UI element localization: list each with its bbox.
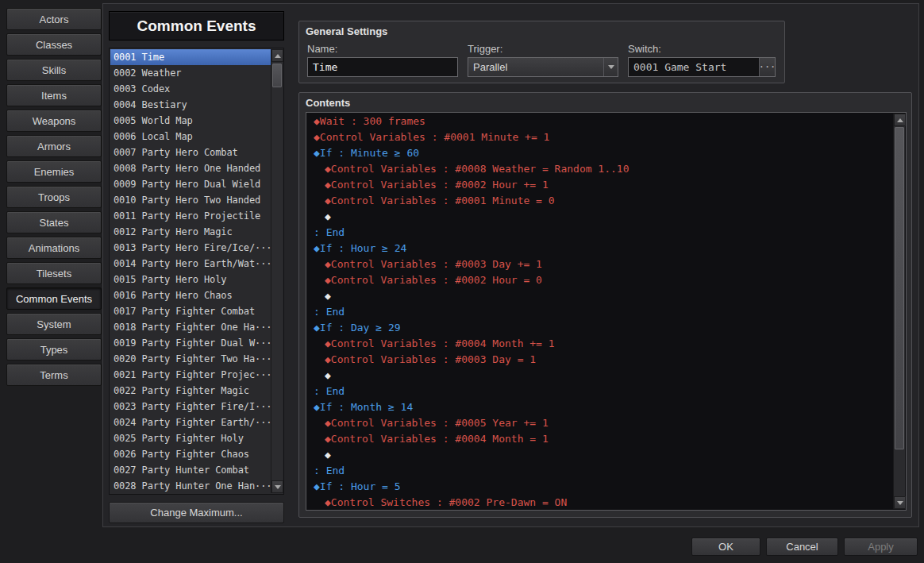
event-command-line[interactable]: : End — [307, 384, 893, 399]
trigger-label: Trigger: — [468, 43, 502, 55]
event-list-item[interactable]: 0012 Party Hero Magic — [110, 224, 271, 240]
common-events-list: 0001 Time0002 Weather0003 Codex0004 Best… — [110, 49, 271, 493]
event-command-line[interactable]: ◆ — [307, 288, 893, 304]
event-command-line[interactable]: ◆Wait : 300 frames — [307, 114, 893, 129]
event-command-line[interactable]: ◆ — [307, 368, 893, 384]
event-command-line[interactable]: ◆Control Variables : #0003 Day = 1 — [307, 352, 893, 368]
scroll-up-icon[interactable] — [271, 49, 283, 62]
switch-value: 0001 Game Start — [633, 61, 726, 73]
switch-field[interactable]: 0001 Game Start ··· — [628, 57, 776, 77]
event-command-line[interactable]: ◆Control Variables : #0004 Month = 1 — [307, 431, 893, 447]
event-list-item[interactable]: 0021 Party Fighter Projec··· — [110, 367, 271, 383]
event-list-item[interactable]: 0008 Party Hero One Handed — [110, 160, 271, 176]
event-list-item[interactable]: 0022 Party Fighter Magic — [110, 383, 271, 399]
general-settings-group: General Settings Name: Time Trigger: Par… — [298, 21, 785, 83]
event-list-item[interactable]: 0003 Codex — [110, 81, 271, 97]
event-list-item[interactable]: 0016 Party Hero Chaos — [110, 287, 271, 303]
event-command-line[interactable]: ◆Control Variables : #0003 Day += 1 — [307, 256, 893, 272]
event-list-item[interactable]: 0001 Time — [110, 49, 271, 65]
event-list-item[interactable]: 0002 Weather — [110, 65, 271, 81]
event-list-item[interactable]: 0006 Local Map — [110, 129, 271, 145]
events-scrollbar-thumb[interactable] — [272, 64, 282, 87]
event-command-line[interactable]: ◆If : Minute ≥ 60 — [307, 145, 893, 161]
event-command-line[interactable]: ◆Control Variables : #0002 Hour += 1 — [307, 177, 893, 193]
event-command-line[interactable]: : End — [307, 304, 893, 320]
sidebar-item-troops[interactable]: Troops — [6, 186, 102, 208]
switch-browse-button[interactable]: ··· — [759, 58, 775, 76]
event-list-item[interactable]: 0004 Bestiary — [110, 97, 271, 113]
event-list-item[interactable]: 0023 Party Fighter Fire/I··· — [110, 399, 271, 415]
event-command-line[interactable]: ◆If : Month ≥ 14 — [307, 399, 893, 415]
sidebar-item-items[interactable]: Items — [6, 84, 102, 106]
sidebar-item-states[interactable]: States — [6, 211, 102, 233]
name-input[interactable]: Time — [307, 57, 458, 77]
event-list-item[interactable]: 0025 Party Fighter Holy — [110, 430, 271, 446]
event-command-line[interactable]: : End — [307, 225, 893, 241]
sidebar-item-weapons[interactable]: Weapons — [6, 110, 102, 132]
event-command-line[interactable]: ◆Control Variables : #0005 Year += 1 — [307, 415, 893, 431]
event-command-line[interactable]: ◆ — [307, 447, 893, 463]
event-command-line[interactable]: ◆Control Variables : #0008 Weather = Ran… — [307, 161, 893, 177]
event-command-line[interactable]: ◆If : Hour = 5 — [307, 479, 893, 495]
contents-lines: ◆Wait : 300 frames◆Control Variables : #… — [307, 114, 893, 509]
event-list-item[interactable]: 0014 Party Hero Earth/Wat··· — [110, 256, 271, 272]
sidebar-item-enemies[interactable]: Enemies — [6, 160, 102, 183]
sidebar-item-system[interactable]: System — [6, 313, 102, 335]
change-maximum-button[interactable]: Change Maximum... — [109, 502, 284, 523]
sidebar-item-types[interactable]: Types — [6, 338, 102, 361]
panel-title: Common Events — [109, 11, 284, 40]
event-list-item[interactable]: 0020 Party Fighter Two Ha··· — [110, 351, 271, 367]
scroll-up-icon[interactable] — [894, 114, 906, 126]
event-list-item[interactable]: 0010 Party Hero Two Handed — [110, 192, 271, 208]
event-list-item[interactable]: 0026 Party Fighter Chaos — [110, 446, 271, 462]
event-list-item[interactable]: 0028 Party Hunter One Han··· — [110, 478, 271, 493]
event-list-item[interactable]: 0007 Party Hero Combat — [110, 145, 271, 160]
event-list-item[interactable]: 0013 Party Hero Fire/Ice/··· — [110, 240, 271, 256]
event-list-item[interactable]: 0018 Party Fighter One Ha··· — [110, 319, 271, 335]
contents-box: ◆Wait : 300 frames◆Control Variables : #… — [306, 112, 907, 511]
event-list-item[interactable]: 0017 Party Fighter Combat — [110, 303, 271, 319]
chevron-down-icon[interactable] — [603, 58, 618, 76]
contents-title: Contents — [306, 97, 350, 109]
sidebar-item-actors[interactable]: Actors — [6, 8, 102, 30]
scroll-down-icon[interactable] — [894, 496, 906, 509]
sidebar-item-classes[interactable]: Classes — [6, 33, 102, 56]
sidebar-item-tilesets[interactable]: Tilesets — [6, 262, 102, 284]
contents-group: Contents ◆Wait : 300 frames◆Control Vari… — [298, 92, 912, 518]
event-list-item[interactable]: 0011 Party Hero Projectile — [110, 208, 271, 224]
trigger-dropdown[interactable]: Parallel — [468, 57, 618, 77]
event-command-line[interactable]: ◆Control Variables : #0002 Hour = 0 — [307, 272, 893, 288]
event-command-line[interactable]: ◆Control Switches : #0002 Pre-Dawn = ON — [307, 495, 893, 509]
scroll-down-icon[interactable] — [271, 480, 283, 493]
trigger-value: Parallel — [473, 61, 507, 73]
event-command-line[interactable]: ◆Control Variables : #0001 Minute += 1 — [307, 129, 893, 145]
event-command-line[interactable]: ◆Control Variables : #0001 Minute = 0 — [307, 193, 893, 209]
event-list-item[interactable]: 0019 Party Fighter Dual W··· — [110, 335, 271, 351]
sidebar-item-common-events[interactable]: Common Events — [6, 287, 102, 310]
name-label: Name: — [307, 43, 337, 55]
cancel-button[interactable]: Cancel — [766, 538, 838, 556]
event-list-item[interactable]: 0015 Party Hero Holy — [110, 272, 271, 287]
general-settings-title: General Settings — [306, 25, 387, 37]
common-events-list-box: 0001 Time0002 Weather0003 Codex0004 Best… — [109, 48, 284, 495]
event-command-line[interactable]: : End — [307, 463, 893, 479]
event-list-item[interactable]: 0005 World Map — [110, 113, 271, 129]
event-command-line[interactable]: ◆Control Variables : #0004 Month += 1 — [307, 336, 893, 352]
contents-scrollbar[interactable] — [893, 114, 905, 509]
database-window: ActorsClassesSkillsItemsWeaponsArmorsEne… — [0, 0, 924, 563]
sidebar-item-animations[interactable]: Animations — [6, 237, 102, 259]
sidebar-item-armors[interactable]: Armors — [6, 135, 102, 157]
main-frame: Common Events 0001 Time0002 Weather0003 … — [102, 3, 919, 527]
event-command-line[interactable]: ◆If : Hour ≥ 24 — [307, 241, 893, 256]
event-command-line[interactable]: ◆If : Day ≥ 29 — [307, 320, 893, 336]
events-list-scrollbar[interactable] — [271, 49, 283, 493]
sidebar-item-skills[interactable]: Skills — [6, 59, 102, 81]
event-list-item[interactable]: 0009 Party Hero Dual Wield — [110, 176, 271, 192]
event-list-item[interactable]: 0024 Party Fighter Earth/··· — [110, 415, 271, 430]
event-list-item[interactable]: 0027 Party Hunter Combat — [110, 462, 271, 478]
sidebar-item-terms[interactable]: Terms — [6, 364, 102, 386]
ok-button[interactable]: OK — [691, 538, 760, 556]
apply-button[interactable]: Apply — [844, 538, 918, 556]
contents-scrollbar-thumb[interactable] — [895, 127, 904, 449]
event-command-line[interactable]: ◆ — [307, 209, 893, 225]
